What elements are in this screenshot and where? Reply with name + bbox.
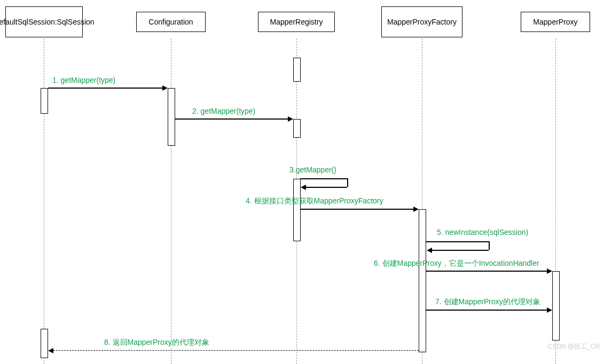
- participant-label: DefaultSqlSession:SqlSession: [0, 17, 95, 27]
- return-arrow: [53, 350, 419, 351]
- activation-bar: [293, 58, 301, 82]
- participant-defaultsqlsession: DefaultSqlSession:SqlSession: [5, 6, 83, 37]
- message-label: 7. 创建MapperProxy的代理对象: [435, 297, 540, 307]
- arrow: [175, 118, 289, 120]
- message-label: 1. getMapper(type): [52, 76, 115, 84]
- activation-bar: [293, 179, 301, 241]
- arrow: [305, 187, 347, 188]
- arrow: [426, 271, 548, 272]
- message-label: 3.getMapper(): [289, 165, 336, 174]
- arrow: [426, 241, 489, 242]
- arrow-head-icon: [301, 185, 306, 190]
- participant-mapperregistry: MapperRegistry: [258, 12, 335, 32]
- participant-mapperproxy: MapperProxy: [521, 12, 590, 32]
- arrow-head-icon: [288, 116, 293, 122]
- arrow-head-icon: [427, 248, 432, 253]
- participant-label: MapperProxyFactory: [387, 17, 457, 27]
- activation-bar: [41, 88, 48, 114]
- arrow: [426, 310, 548, 311]
- message-label: 2. getMapper(type): [192, 107, 255, 115]
- activation-bar: [552, 271, 560, 341]
- participant-label: Configuration: [148, 17, 193, 27]
- arrow: [48, 88, 163, 89]
- activation-bar: [419, 209, 426, 352]
- message-label: 4. 根据接口类型获取MapperProxyFactory: [246, 196, 383, 206]
- participant-configuration: Configuration: [136, 12, 206, 32]
- activation-bar: [41, 329, 48, 358]
- arrow-head-icon: [413, 207, 419, 212]
- message-label: 5. newInstance(sqlSession): [437, 228, 528, 236]
- participant-mapperproxyfactory: MapperProxyFactory: [381, 6, 462, 37]
- message-label: 8. 返回MapperProxy的代理对象: [104, 338, 209, 347]
- arrow: [300, 178, 347, 179]
- watermark: CSDN @徐工_CH: [547, 342, 600, 351]
- activation-bar: [293, 119, 301, 138]
- arrow: [432, 250, 489, 251]
- activation-bar: [168, 88, 175, 146]
- arrow-head-icon: [48, 348, 53, 353]
- participant-label: MapperProxy: [533, 17, 577, 27]
- arrow-head-icon: [162, 85, 168, 91]
- arrow: [489, 241, 490, 250]
- lifeline: [44, 38, 44, 364]
- lifeline: [171, 38, 171, 364]
- message-label: 6. 创建MapperProxy，它是一个InvocationHandler: [374, 259, 539, 268]
- arrow: [347, 178, 348, 187]
- arrow-head-icon: [547, 307, 552, 313]
- participant-label: MapperRegistry: [270, 17, 323, 27]
- arrow: [300, 209, 415, 210]
- arrow-head-icon: [547, 268, 552, 274]
